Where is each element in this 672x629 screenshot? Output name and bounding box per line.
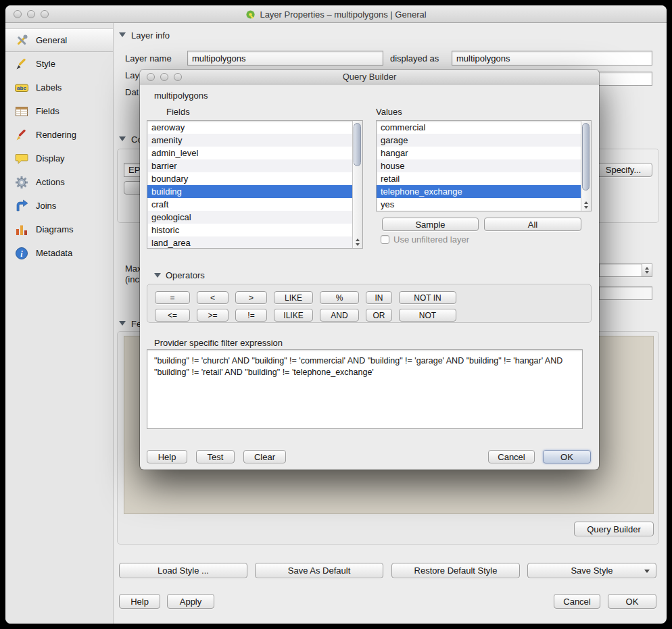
sidebar-label: Joins: [36, 201, 56, 211]
bar-chart-icon: [14, 222, 29, 237]
fields-scrollbar[interactable]: [352, 121, 362, 248]
feature-disclosure-icon[interactable]: [119, 321, 126, 326]
list-item[interactable]: house: [377, 159, 581, 172]
list-item[interactable]: boundary: [147, 172, 352, 185]
operator-not-button[interactable]: NOT: [399, 309, 456, 322]
list-item-selected[interactable]: telephone_exchange: [377, 185, 581, 198]
list-item[interactable]: aeroway: [147, 121, 352, 134]
dialog-ok-button[interactable]: OK: [543, 450, 591, 463]
sidebar-item-fields[interactable]: Fields: [5, 99, 113, 123]
cancel-button[interactable]: Cancel: [554, 594, 600, 609]
list-item[interactable]: barrier: [147, 159, 352, 172]
list-item[interactable]: amenity: [147, 134, 352, 147]
gear-icon: [14, 175, 29, 190]
window-titlebar[interactable]: Layer Properties – multipolygons | Gener…: [5, 5, 667, 23]
list-item[interactable]: land_area: [147, 236, 352, 249]
sidebar-label: Style: [36, 59, 55, 69]
scale-combo-fragment[interactable]: [599, 263, 652, 277]
sidebar-item-rendering[interactable]: Rendering: [5, 123, 113, 147]
dialog-titlebar[interactable]: Query Builder: [140, 70, 599, 84]
operator-not-in-button[interactable]: NOT IN: [399, 291, 456, 304]
chevron-down-icon: [644, 570, 650, 573]
combo-stepper-icon[interactable]: [642, 264, 652, 276]
sidebar-item-actions[interactable]: Actions: [5, 170, 113, 194]
sidebar-item-style[interactable]: Style: [5, 52, 113, 76]
render-brush-icon: [14, 128, 29, 143]
list-item[interactable]: admin_level: [147, 147, 352, 159]
displayed-as-input[interactable]: multipolygons: [452, 51, 652, 66]
list-item[interactable]: craft: [147, 198, 352, 211]
operator-and-button[interactable]: AND: [320, 309, 359, 322]
operators-disclosure-icon[interactable]: [154, 273, 161, 278]
list-item-selected[interactable]: building: [147, 185, 352, 198]
list-item[interactable]: commercial: [377, 121, 581, 134]
save-style-button[interactable]: Save Style: [527, 563, 656, 578]
close-button[interactable]: [14, 10, 22, 18]
layer-info-disclosure-icon[interactable]: [119, 32, 126, 37]
query-builder-button[interactable]: Query Builder: [574, 522, 654, 536]
scrollbar-arrows-icon[interactable]: [353, 238, 362, 246]
operator-or-button[interactable]: OR: [366, 309, 392, 322]
sidebar-item-metadata[interactable]: i Metadata: [5, 241, 113, 265]
operator-ilike-button[interactable]: ILIKE: [274, 309, 313, 322]
all-button[interactable]: All: [484, 218, 581, 231]
use-unfiltered-label: Use unfiltered layer: [393, 234, 469, 245]
save-as-default-button[interactable]: Save As Default: [255, 563, 383, 578]
list-item[interactable]: hangar: [377, 147, 581, 159]
list-item[interactable]: yes: [377, 198, 581, 211]
layer-name-input[interactable]: multipolygons: [187, 51, 383, 66]
values-scrollbar[interactable]: [581, 121, 591, 211]
operator-percent-button[interactable]: %: [320, 291, 359, 304]
dialog-title: Query Builder: [140, 70, 599, 84]
sidebar-label: Display: [36, 153, 65, 163]
list-item[interactable]: historic: [147, 224, 352, 236]
zoom-button[interactable]: [41, 10, 49, 18]
fields-label: Fields: [166, 107, 190, 117]
dialog-window-controls: [147, 73, 182, 81]
operator-equals-button[interactable]: =: [155, 291, 190, 304]
list-item[interactable]: retail: [377, 172, 581, 185]
help-button[interactable]: Help: [119, 594, 160, 609]
use-unfiltered-checkbox[interactable]: [381, 235, 389, 244]
sidebar-item-labels[interactable]: abc Labels: [5, 76, 113, 99]
layer-source-label-partial: Lay: [125, 70, 139, 80]
scrollbar-thumb[interactable]: [354, 123, 361, 166]
load-style-button[interactable]: Load Style ...: [119, 563, 247, 578]
fields-list: aeroway amenity admin_level barrier boun…: [147, 120, 363, 249]
operator-gt-button[interactable]: >: [235, 291, 267, 304]
scrollbar-arrows-icon[interactable]: [581, 201, 591, 209]
dialog-close-button[interactable]: [147, 73, 155, 81]
dialog-minimize-button[interactable]: [160, 73, 168, 81]
sample-button[interactable]: Sample: [382, 218, 479, 231]
info-icon: i: [14, 246, 29, 261]
scale-field-fragment[interactable]: [599, 286, 652, 300]
crs-disclosure-icon[interactable]: [119, 136, 126, 141]
join-arrow-icon: [14, 199, 29, 213]
operator-neq-button[interactable]: !=: [235, 309, 267, 322]
dialog-help-button[interactable]: Help: [147, 450, 187, 463]
dialog-zoom-button[interactable]: [174, 73, 182, 81]
sidebar-item-joins[interactable]: Joins: [5, 194, 113, 218]
sidebar-item-display[interactable]: Display: [5, 147, 113, 170]
list-item[interactable]: garage: [377, 134, 581, 147]
filter-expression-textarea[interactable]: "building" != 'church' AND "building" !=…: [147, 349, 583, 429]
specify-button[interactable]: Specify...: [594, 163, 652, 177]
list-item[interactable]: geological: [147, 211, 352, 224]
operator-lt-button[interactable]: <: [197, 291, 229, 304]
dialog-clear-button[interactable]: Clear: [243, 450, 286, 463]
operator-like-button[interactable]: LIKE: [274, 291, 313, 304]
apply-button[interactable]: Apply: [167, 594, 214, 609]
sidebar-item-general[interactable]: General: [5, 28, 113, 52]
dialog-test-button[interactable]: Test: [196, 450, 235, 463]
table-icon: [14, 104, 29, 119]
dialog-cancel-button[interactable]: Cancel: [488, 450, 535, 463]
operator-gte-button[interactable]: >=: [197, 309, 229, 322]
sidebar-label: Diagrams: [36, 224, 74, 234]
operator-in-button[interactable]: IN: [366, 291, 392, 304]
operator-lte-button[interactable]: <=: [155, 309, 190, 322]
minimize-button[interactable]: [27, 10, 35, 18]
ok-button[interactable]: OK: [608, 594, 656, 609]
restore-default-style-button[interactable]: Restore Default Style: [391, 563, 520, 578]
scrollbar-thumb[interactable]: [582, 123, 590, 191]
sidebar-item-diagrams[interactable]: Diagrams: [5, 218, 113, 241]
